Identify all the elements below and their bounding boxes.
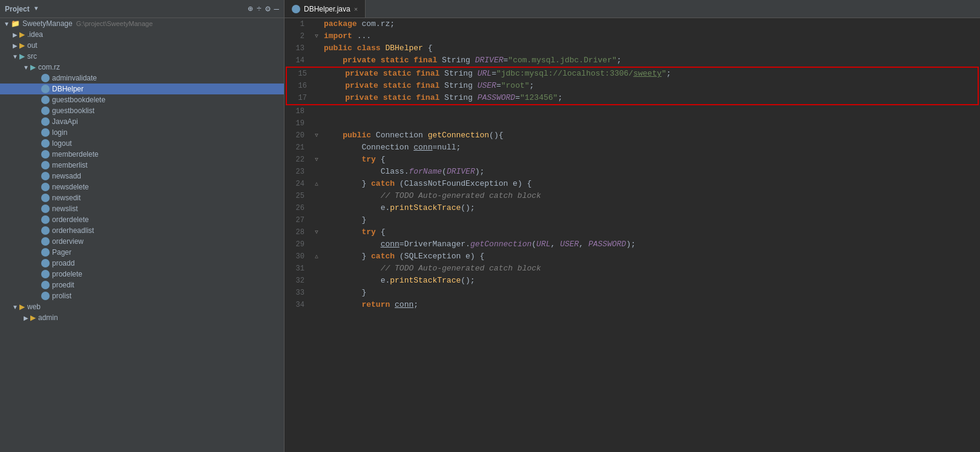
java-file-icon — [41, 237, 50, 246]
code-line-24: 24 △ } catch (ClassNotFoundException e) … — [284, 178, 980, 190]
package-icon: ▶ — [30, 63, 36, 71]
java-file-icon — [41, 85, 50, 93]
tab-dbhelper[interactable]: DBHelper.java × — [284, 0, 366, 18]
tree-item-login-label: login — [52, 128, 67, 137]
tree-item-prolist-label: prolist — [52, 292, 71, 300]
folder-icon: ▶ — [30, 313, 36, 322]
tree-item-admin[interactable]: ▶ ▶ admin — [0, 312, 284, 323]
collapse-arrow-icon: ▼ — [2, 21, 11, 27]
folder-icon: ▶ — [19, 41, 25, 50]
code-line-17: 17 private static final String PASSWORD=… — [287, 92, 978, 104]
tree-item-src[interactable]: ▼ ▶ src — [0, 51, 284, 62]
tree-item-dbhelper[interactable]: DBHelper — [0, 84, 284, 94]
line-content: public Connection getConnection(){ — [321, 129, 980, 142]
tree-item-orderview[interactable]: orderview — [0, 236, 284, 247]
line-number: 25 — [284, 190, 312, 202]
java-file-icon — [41, 194, 50, 202]
line-number: 22 — [284, 154, 312, 166]
sidebar: Project ▼ ⊕ ÷ ⚙ — ▼ 📁 SweetyManage G:\pr… — [0, 0, 284, 452]
tree-item-out-label: out — [27, 41, 38, 50]
folder-icon: ▶ — [19, 303, 25, 311]
tree-item-guestbooklist[interactable]: guestbooklist — [0, 105, 284, 116]
code-line-30: 30 △ } catch (SQLException e) { — [284, 251, 980, 263]
line-number: 33 — [284, 287, 312, 299]
tree-item-proedit[interactable]: proedit — [0, 280, 284, 290]
java-file-icon — [41, 128, 50, 137]
tree-item-newsedit[interactable]: newsedit — [0, 192, 284, 203]
line-content: } catch (ClassNotFoundException e) { — [321, 178, 980, 190]
line-content: private static final String USER="root"; — [324, 80, 978, 92]
tree-item-proadd[interactable]: proadd — [0, 258, 284, 269]
tree-item-javaapi[interactable]: JavaApi — [0, 116, 284, 127]
code-line-16: 16 private static final String USER="roo… — [287, 80, 978, 92]
file-tree: ▼ 📁 SweetyManage G:\project\SweetyManage… — [0, 18, 284, 452]
tree-item-newsdelete[interactable]: newsdelete — [0, 182, 284, 192]
tab-bar: DBHelper.java × — [284, 0, 980, 18]
tree-item-prodelete[interactable]: prodelete — [0, 269, 284, 280]
java-file-icon — [41, 106, 50, 115]
tree-item-prolist[interactable]: prolist — [0, 290, 284, 301]
tree-item-memberdelete[interactable]: memberdelete — [0, 149, 284, 160]
line-gutter: ▽ — [312, 30, 321, 42]
tree-item-orderdelete[interactable]: orderdelete — [0, 214, 284, 225]
tree-item-pager[interactable]: Pager — [0, 247, 284, 258]
code-line-1: 1 package com.rz; — [284, 18, 980, 30]
code-editor[interactable]: 1 package com.rz; 2 ▽ import ... 13 publ… — [284, 18, 980, 452]
tree-item-orderheadlist[interactable]: orderheadlist — [0, 225, 284, 236]
java-file-icon — [41, 96, 50, 104]
sidebar-title: Project — [5, 5, 30, 13]
java-file-icon — [41, 270, 50, 278]
split-icon[interactable]: ÷ — [257, 4, 261, 14]
tree-item-adminvalidate[interactable]: adminvalidate — [0, 73, 284, 84]
tree-item-newslist[interactable]: newslist — [0, 203, 284, 214]
tree-item-memberlist-label: memberlist — [52, 161, 88, 169]
code-line-15: 15 private static final String URL="jdbc… — [287, 68, 978, 80]
minimize-icon[interactable]: — — [274, 4, 279, 14]
dropdown-arrow-icon[interactable]: ▼ — [35, 5, 38, 12]
tree-item-web[interactable]: ▼ ▶ web — [0, 301, 284, 312]
line-number: 14 — [284, 54, 312, 67]
tree-item-com-rz[interactable]: ▼ ▶ com.rz — [0, 62, 284, 73]
tree-item-prodelete-label: prodelete — [52, 270, 82, 278]
tree-item-proadd-label: proadd — [52, 259, 74, 267]
java-file-icon — [41, 172, 50, 180]
line-content: } catch (SQLException e) { — [321, 251, 980, 263]
collapse-arrow-icon: ▼ — [11, 304, 19, 310]
tree-item-idea[interactable]: ▶ ▶ .idea — [0, 29, 284, 40]
java-file-icon — [41, 205, 50, 213]
gear-icon[interactable]: ⚙ — [265, 4, 270, 14]
line-content: // TODO Auto-generated catch block — [321, 263, 980, 275]
tree-item-memberlist[interactable]: memberlist — [0, 160, 284, 171]
line-number: 28 — [284, 226, 312, 238]
tab-close-button[interactable]: × — [354, 5, 358, 13]
tree-item-newsdelete-label: newsdelete — [52, 183, 89, 191]
line-number: 31 — [284, 263, 312, 275]
line-number: 23 — [284, 166, 312, 178]
tree-item-project-root[interactable]: ▼ 📁 SweetyManage G:\project\SweetyManage — [0, 18, 284, 29]
src-folder-icon: ▶ — [19, 52, 25, 61]
tree-item-logout[interactable]: logout — [0, 138, 284, 149]
expand-arrow-icon: ▶ — [11, 42, 19, 49]
tree-item-newsadd[interactable]: newsadd — [0, 171, 284, 182]
globe-icon[interactable]: ⊕ — [248, 4, 252, 14]
java-file-tab-icon — [292, 5, 300, 13]
line-number: 34 — [284, 299, 312, 311]
tree-item-orderview-label: orderview — [52, 237, 84, 246]
line-gutter: △ — [312, 178, 321, 190]
line-content: // TODO Auto-generated catch block — [321, 190, 980, 202]
highlight-box: 15 private static final String URL="jdbc… — [286, 67, 979, 105]
code-line-19: 19 — [284, 117, 980, 129]
tree-item-login[interactable]: login — [0, 127, 284, 138]
code-line-21: 21 Connection conn=null; — [284, 142, 980, 154]
line-content: conn=DriverManager.getConnection(URL, US… — [321, 238, 980, 251]
line-content: e.printStackTrace(); — [321, 202, 980, 214]
line-number: 27 — [284, 214, 312, 226]
tree-item-proedit-label: proedit — [52, 281, 74, 289]
expand-arrow-icon: ▶ — [22, 315, 30, 321]
java-file-icon — [41, 139, 50, 148]
tree-item-out[interactable]: ▶ ▶ out — [0, 40, 284, 51]
line-number: 21 — [284, 142, 312, 154]
tree-item-com-rz-label: com.rz — [38, 63, 60, 71]
line-content: try { — [321, 154, 980, 166]
tree-item-guestbookdelete[interactable]: guestbookdelete — [0, 94, 284, 105]
